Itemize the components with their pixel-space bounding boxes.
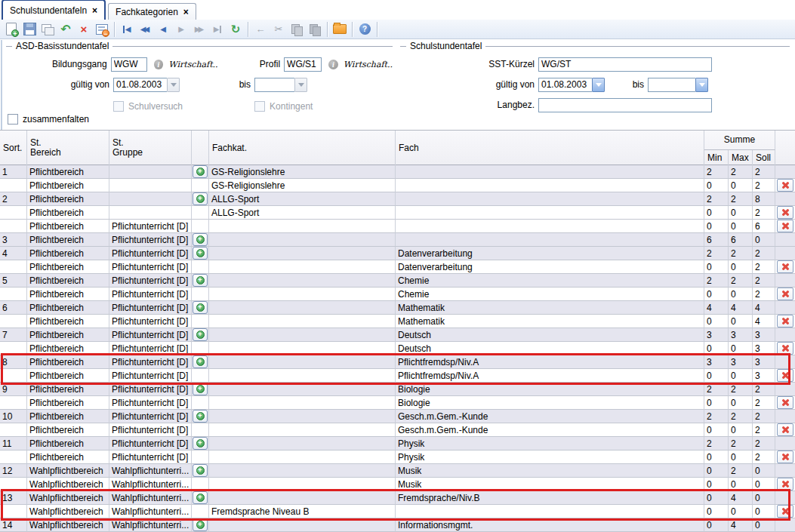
table-row[interactable]: PflichtbereichGS-Religionslehre002 (0, 179, 795, 192)
delete-button[interactable]: × (75, 21, 92, 38)
delete-row-button[interactable] (777, 179, 793, 192)
table-row[interactable]: 10PflichtbereichPflichtunterricht [D]+Ge… (0, 410, 795, 423)
table-row[interactable]: PflichtbereichPflichtunterricht [D]Mathe… (0, 315, 795, 328)
table-row[interactable]: PflichtbereichPflichtunterricht [D]Daten… (0, 260, 795, 274)
help-button[interactable]: ? (356, 21, 373, 38)
refresh-button[interactable]: ↻ (227, 21, 244, 38)
save-button[interactable] (21, 21, 38, 38)
add-subject-button[interactable]: + (193, 301, 208, 314)
dropdown-arrow-icon[interactable] (167, 78, 180, 92)
table-row[interactable]: PflichtbereichPflichtunterricht [D]Pflic… (0, 369, 795, 383)
copy-pages-button[interactable] (288, 21, 305, 38)
table-row[interactable]: 5PflichtbereichPflichtunterricht [D]+Che… (0, 274, 795, 288)
nav-next-button[interactable]: ▶ (173, 21, 190, 38)
form-edit-button[interactable]: − (94, 21, 110, 38)
table-row[interactable]: 9PflichtbereichPflichtunterricht [D]+Bio… (0, 383, 795, 396)
table-row[interactable]: PflichtbereichPflichtunterricht [D]Physi… (0, 451, 795, 464)
table-row[interactable]: PflichtbereichALLG-Sport002 (0, 206, 795, 220)
cell-soll: 0 (753, 478, 775, 491)
tab-close-icon[interactable]: × (92, 6, 97, 15)
table-row[interactable]: PflichtbereichPflichtunterricht [D]Chemi… (0, 288, 795, 301)
nav-prev-button[interactable]: ◀ (155, 21, 171, 38)
dropdown-arrow-icon[interactable] (294, 78, 307, 92)
nav-last-button[interactable]: ▶ (209, 21, 226, 38)
table-row[interactable]: PflichtbereichPflichtunterricht [D]Gesch… (0, 423, 795, 437)
add-subject-button[interactable]: + (193, 464, 208, 477)
delete-row-button[interactable] (777, 478, 793, 490)
gueltig-von-field[interactable] (113, 78, 167, 92)
table-row[interactable]: 12WahlpflichtbereichWahlpflichtunterri..… (0, 464, 795, 478)
table-row[interactable]: 11PflichtbereichPflichtunterricht [D]+Ph… (0, 437, 795, 451)
folder-button[interactable] (331, 21, 348, 38)
nav-fast-next-button[interactable]: ▶▶ (191, 21, 208, 38)
table-row[interactable]: 7PflichtbereichPflichtunterricht [D]+Deu… (0, 328, 795, 342)
copy-window-button[interactable] (39, 21, 56, 38)
table-row[interactable]: PflichtbereichPflichtunterricht [D]Biolo… (0, 396, 795, 410)
langbez-field[interactable] (538, 98, 712, 112)
delete-row-button[interactable] (777, 451, 793, 463)
bis-field[interactable] (648, 78, 695, 92)
add-subject-button[interactable]: + (193, 247, 208, 260)
delete-icon: × (81, 23, 88, 35)
cell-plus: + (192, 328, 209, 342)
table-row[interactable]: WahlpflichtbereichWahlpflichtunterri...M… (0, 478, 795, 491)
delete-row-button[interactable] (777, 342, 793, 355)
nav-fast-prev-button[interactable]: ◀◀ (137, 21, 153, 38)
table-row[interactable]: 14WahlpflichtbereichWahlpflichtunterri..… (0, 518, 795, 532)
sst-kuerzel-field[interactable] (538, 57, 712, 72)
table-row[interactable]: 1Pflichtbereich+GS-Religionslehre222 (0, 165, 795, 179)
delete-row-button[interactable] (777, 423, 793, 436)
cell-bereich: Pflichtbereich (27, 342, 109, 355)
dropdown-arrow-icon[interactable] (592, 78, 605, 92)
nav-first-button[interactable]: ◀ (119, 21, 135, 38)
table-row[interactable]: 4PflichtbereichPflichtunterricht [D]+Dat… (0, 247, 795, 260)
add-subject-button[interactable]: + (193, 491, 208, 504)
add-subject-button[interactable]: + (193, 437, 208, 450)
bis-field[interactable] (254, 78, 294, 92)
delete-row-button[interactable] (777, 369, 793, 382)
delete-row-button[interactable] (777, 315, 793, 328)
table-row[interactable]: PflichtbereichPflichtunterricht [D]006 (0, 220, 795, 233)
zusammenfalten-checkbox[interactable] (8, 114, 18, 125)
tab-close-icon[interactable]: × (183, 8, 189, 17)
tab-fachkategorien[interactable]: Fachkategorien × (108, 3, 196, 20)
tab-label: Fachkategorien (116, 7, 178, 17)
tab-schulstundentafeln[interactable]: Schulstundentafeln × (2, 0, 106, 20)
back-arrow-button[interactable]: ← (252, 21, 269, 38)
table-row[interactable]: 6PflichtbereichPflichtunterricht [D]+Mat… (0, 301, 795, 315)
add-subject-button[interactable]: + (193, 355, 208, 368)
table-row[interactable]: WahlpflichtbereichWahlpflichtunterri...F… (0, 505, 795, 518)
kontingent-checkbox[interactable] (254, 101, 265, 112)
cut-button[interactable]: ✂ (270, 21, 287, 38)
delete-row-button[interactable] (777, 206, 793, 219)
cell-plus: + (192, 518, 209, 532)
table-row[interactable]: 3PflichtbereichPflichtunterricht [D]+660 (0, 233, 795, 247)
add-subject-button[interactable]: + (193, 383, 208, 395)
add-subject-button[interactable]: + (193, 165, 208, 178)
new-document-button[interactable]: + (3, 21, 20, 38)
add-subject-button[interactable]: + (193, 410, 208, 423)
gueltig-von-field[interactable] (538, 78, 592, 92)
add-subject-button[interactable]: + (193, 328, 208, 341)
table-row[interactable]: 8PflichtbereichPflichtunterricht [D]+Pfl… (0, 355, 795, 369)
cell-fach: Gesch.m.Gem.-Kunde (396, 423, 704, 437)
delete-row-button[interactable] (777, 260, 793, 273)
schulversuch-checkbox[interactable] (113, 101, 124, 112)
delete-row-button[interactable] (777, 505, 793, 518)
cell-fachkat (209, 315, 396, 328)
undo-button[interactable]: ↶ (57, 21, 74, 38)
table-row[interactable]: PflichtbereichPflichtunterricht [D]Deuts… (0, 342, 795, 355)
delete-row-button[interactable] (777, 288, 793, 300)
profil-field[interactable] (284, 57, 322, 72)
add-subject-button[interactable]: + (193, 518, 208, 531)
bildungsgang-field[interactable] (111, 57, 147, 72)
add-subject-button[interactable]: + (193, 192, 208, 205)
table-row[interactable]: 2Pflichtbereich+ALLG-Sport228 (0, 192, 795, 206)
add-subject-button[interactable]: + (193, 233, 208, 246)
table-row[interactable]: 13WahlpflichtbereichWahlpflichtunterri..… (0, 491, 795, 505)
delete-row-button[interactable] (777, 220, 793, 232)
paste-button[interactable] (307, 21, 323, 38)
dropdown-arrow-icon[interactable] (695, 78, 708, 92)
add-subject-button[interactable]: + (193, 274, 208, 287)
delete-row-button[interactable] (777, 396, 793, 409)
